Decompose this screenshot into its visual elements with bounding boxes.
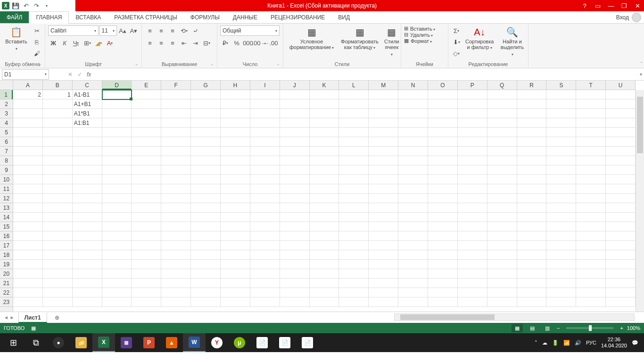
cell[interactable] [576, 260, 606, 269]
cell[interactable] [546, 90, 576, 99]
cell[interactable] [606, 175, 636, 184]
align-center-icon[interactable]: ≡ [156, 38, 166, 48]
row-header[interactable]: 12 [0, 194, 13, 203]
cell[interactable] [250, 147, 280, 156]
cell[interactable] [546, 241, 576, 250]
cell[interactable] [398, 279, 428, 288]
cell[interactable] [102, 137, 132, 147]
cell[interactable] [369, 137, 398, 147]
cell[interactable] [487, 269, 517, 279]
cell[interactable] [13, 99, 43, 109]
row-header[interactable]: 16 [0, 231, 13, 241]
tray-volume-icon[interactable]: 🔊 [575, 340, 581, 346]
tab-главная[interactable]: ГЛАВНАЯ [29, 11, 69, 24]
cell[interactable] [221, 137, 250, 147]
cell[interactable] [250, 175, 280, 184]
cell[interactable] [161, 128, 191, 137]
cell[interactable] [517, 156, 547, 165]
cell[interactable] [280, 279, 310, 288]
cell[interactable] [369, 260, 398, 269]
cell[interactable] [606, 128, 636, 137]
cell[interactable] [576, 175, 606, 184]
taskbar-app-doc1[interactable]: 📄 [251, 333, 273, 352]
cell[interactable] [576, 109, 606, 118]
cell[interactable] [458, 137, 487, 147]
cell[interactable] [250, 156, 280, 165]
cell[interactable] [369, 184, 398, 194]
col-header[interactable]: O [428, 81, 458, 90]
cell[interactable] [191, 118, 221, 128]
orientation-icon[interactable]: ⟲ [179, 25, 189, 36]
cell[interactable] [191, 128, 221, 137]
wrap-text-icon[interactable]: ⤶ [190, 25, 200, 36]
col-header[interactable]: H [221, 81, 250, 90]
cell[interactable] [428, 147, 458, 156]
cell[interactable] [132, 156, 161, 165]
cell[interactable] [458, 241, 487, 250]
cell[interactable] [161, 184, 191, 194]
cell[interactable] [102, 203, 132, 213]
tab-разметка страницы[interactable]: РАЗМЕТКА СТРАНИЦЫ [107, 11, 184, 23]
cell[interactable] [221, 260, 250, 269]
cell[interactable] [13, 147, 43, 156]
tray-overflow-icon[interactable]: ˄ [535, 340, 537, 346]
cell[interactable] [13, 297, 43, 307]
cell[interactable] [517, 147, 547, 156]
cell[interactable] [310, 90, 339, 99]
cell[interactable] [369, 128, 398, 137]
cell[interactable] [517, 297, 547, 307]
cell[interactable] [43, 109, 73, 118]
cut-icon[interactable]: ✂ [32, 25, 42, 36]
cell[interactable] [458, 128, 487, 137]
row-header[interactable]: 9 [0, 165, 13, 175]
cell[interactable] [398, 288, 428, 297]
cell[interactable] [339, 194, 369, 203]
cell[interactable] [132, 213, 161, 222]
align-middle-icon[interactable]: ≡ [156, 25, 166, 36]
tray-language[interactable]: РУС [586, 340, 596, 346]
cell[interactable] [43, 184, 73, 194]
cell[interactable] [428, 156, 458, 165]
cell[interactable] [310, 137, 339, 147]
tab-формулы[interactable]: ФОРМУЛЫ [184, 11, 226, 23]
cell[interactable] [310, 288, 339, 297]
taskbar-app-powerpoint[interactable]: P [138, 333, 160, 352]
cell[interactable] [576, 156, 606, 165]
cell[interactable] [310, 109, 339, 118]
cell[interactable] [487, 175, 517, 184]
cell[interactable] [517, 260, 547, 269]
cell[interactable] [546, 222, 576, 231]
cell[interactable] [43, 194, 73, 203]
align-right-icon[interactable]: ≡ [167, 38, 178, 48]
cell[interactable] [250, 194, 280, 203]
row-header[interactable]: 14 [0, 213, 13, 222]
cell[interactable] [132, 175, 161, 184]
shrink-font-icon[interactable]: A▾ [129, 25, 139, 36]
cell[interactable] [221, 128, 250, 137]
cell[interactable] [161, 279, 191, 288]
cell[interactable] [161, 109, 191, 118]
cell[interactable] [546, 165, 576, 175]
cell[interactable] [398, 260, 428, 269]
indent-decrease-icon[interactable]: ⇤ [179, 38, 189, 48]
cell[interactable] [458, 213, 487, 222]
cell[interactable] [517, 279, 547, 288]
cell[interactable]: A1*B1 [73, 109, 102, 118]
col-header[interactable]: K [310, 81, 339, 90]
cell[interactable] [369, 269, 398, 279]
zoom-in-button[interactable]: + [620, 325, 623, 331]
cell[interactable] [221, 222, 250, 231]
cell[interactable] [428, 297, 458, 307]
row-header[interactable]: 19 [0, 260, 13, 269]
cell[interactable] [132, 241, 161, 250]
cell[interactable] [339, 165, 369, 175]
cell[interactable] [250, 118, 280, 128]
font-color-icon[interactable]: A [105, 38, 115, 48]
cell[interactable] [73, 194, 102, 203]
cell[interactable] [43, 288, 73, 297]
cell[interactable] [161, 231, 191, 241]
col-header[interactable]: C [73, 81, 102, 90]
tab-file[interactable]: ФАЙЛ [0, 11, 29, 23]
row-header[interactable]: 21 [0, 279, 13, 288]
cell[interactable] [576, 279, 606, 288]
